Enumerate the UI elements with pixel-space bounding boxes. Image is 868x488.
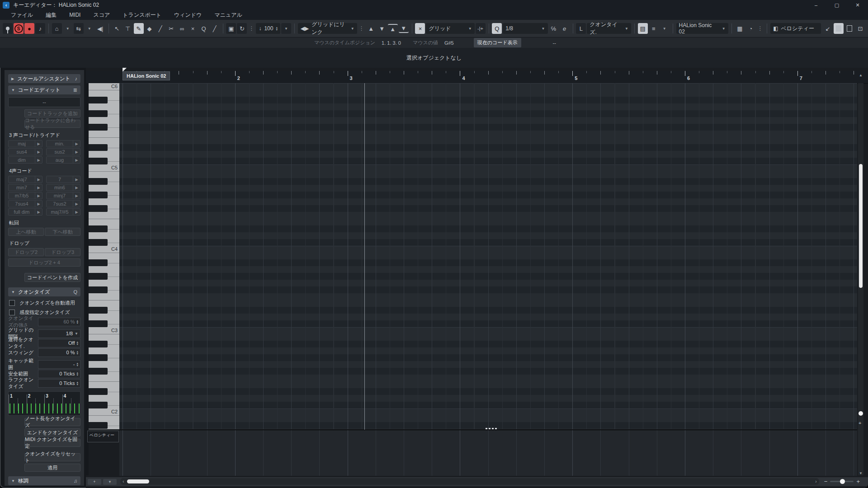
black-key[interactable] <box>89 354 108 361</box>
chord-play-icon[interactable]: ▶ <box>35 209 42 215</box>
section-transpose[interactable]: ▼ 移調 ♫ <box>8 476 80 485</box>
black-key[interactable] <box>89 178 108 185</box>
menu-item-2[interactable]: MIDI <box>63 12 87 18</box>
chord-play-icon[interactable]: ▶ <box>73 192 80 199</box>
drop2-button[interactable]: ドロップ2 <box>8 248 44 256</box>
chord-play-icon[interactable]: ▶ <box>35 192 42 199</box>
chord-button-7sus4[interactable]: 7sus4▶ <box>8 200 42 207</box>
mute-tool[interactable]: × <box>188 23 198 34</box>
autoscroll-icon[interactable]: ▣ <box>226 23 236 34</box>
lane-divider-dashes[interactable] <box>486 428 497 429</box>
quantize-ends-button[interactable]: エンドをクオンタイズ <box>24 428 80 436</box>
step-input-icon[interactable]: ▦ <box>735 23 745 34</box>
section-chord-edit[interactable]: ▼ コードエディット ≣ <box>8 85 80 94</box>
length-quantize-select[interactable]: クオンタイズ. ▼ <box>587 23 631 34</box>
left-zone-toggle[interactable] <box>834 23 844 34</box>
iq-mode-icon[interactable]: ℅ <box>549 23 559 34</box>
menu-item-4[interactable]: トランスポート <box>116 11 168 19</box>
menu-item-0[interactable]: ファイル <box>5 11 39 19</box>
black-key[interactable] <box>89 341 108 347</box>
vertical-zoom-handle[interactable] <box>859 411 863 416</box>
snap-type-select[interactable]: グリッド ▼ <box>426 23 474 34</box>
grid-spacing-select[interactable]: 1/8▼ <box>38 329 80 338</box>
view-dropdown[interactable]: ▼ <box>660 23 670 34</box>
chord-play-icon[interactable]: ▶ <box>73 209 80 215</box>
drop24-button[interactable]: ドロップ2 + 4 <box>8 258 80 267</box>
drop3-button[interactable]: ドロップ3 <box>45 248 80 256</box>
step-down-button[interactable]: ▼ <box>377 23 387 34</box>
chord-button-sus2[interactable]: sus2▶ <box>46 148 80 155</box>
select-tool[interactable]: ↖ <box>112 23 122 34</box>
black-key[interactable] <box>89 368 108 375</box>
toolbar-setup-icon[interactable]: ⊡ <box>855 23 865 34</box>
chord-play-icon[interactable]: ▶ <box>35 157 42 163</box>
step-up-button[interactable]: ▲ <box>366 23 376 34</box>
chord-play-icon[interactable]: ▶ <box>35 176 42 183</box>
chord-button-fulldim[interactable]: full dim▶ <box>8 208 42 216</box>
add-lane-button[interactable]: + <box>88 479 101 485</box>
scroll-right-icon[interactable]: › <box>813 479 819 484</box>
chord-play-icon[interactable]: ▶ <box>73 184 80 191</box>
rough-quantize-field[interactable]: 0 Ticks▴▾ <box>38 379 80 388</box>
layers-icon[interactable]: ≡ <box>649 23 659 34</box>
safe-range-field[interactable]: 0 Ticks▴▾ <box>38 370 80 378</box>
black-key[interactable] <box>89 422 108 429</box>
chord-button-min6[interactable]: min6▶ <box>46 184 80 191</box>
black-key[interactable] <box>89 273 108 280</box>
chord-button-aug[interactable]: aug▶ <box>46 156 80 164</box>
audition-icon[interactable]: ◀| <box>95 23 105 34</box>
add-chord-track-button[interactable]: コードトラックを追加 <box>24 109 80 117</box>
velocity-spinner[interactable]: ▴▾ <box>276 26 278 31</box>
section-scale-assistant[interactable]: ▶ スケールアシスタント ♪ <box>8 74 80 83</box>
visibility-dropdown[interactable]: ▼ <box>63 23 73 34</box>
parts-dropdown[interactable]: ▼ <box>85 23 94 34</box>
chord-button-min[interactable]: min.▶ <box>46 140 80 147</box>
timeline-ruler[interactable]: 234567 <box>86 71 868 84</box>
kebab-icon[interactable]: ⋮ <box>248 25 255 32</box>
black-key[interactable] <box>89 158 108 164</box>
reset-quantize-button[interactable]: クオンタイズをリセット <box>24 453 80 461</box>
black-key[interactable] <box>89 124 108 131</box>
insert-velocity-dropdown[interactable]: ▼ <box>281 23 291 34</box>
zoom-in-icon[interactable]: + <box>856 478 860 485</box>
scroll-up-icon[interactable]: ▲ <box>858 73 863 77</box>
apply-quantize-button[interactable]: 適用 <box>24 464 80 472</box>
tuplet-field[interactable]: Off▴▾ <box>38 339 80 347</box>
acoustic-feedback-icon[interactable]: ♪ <box>35 23 45 34</box>
popout-icon[interactable]: ↙ <box>823 23 833 34</box>
comp-tool[interactable]: ╱ <box>156 23 165 34</box>
menu-item-3[interactable]: スコア <box>87 11 116 19</box>
menu-item-1[interactable]: 編集 <box>39 11 63 19</box>
chord-button-dim[interactable]: dim▶ <box>8 156 42 164</box>
octave-up-button[interactable]: ▲ <box>388 24 398 33</box>
move-up-button[interactable]: 上へ移動 <box>8 228 44 236</box>
kebab-icon[interactable]: ⋮ <box>756 25 764 32</box>
split-tool[interactable]: ✂ <box>166 23 176 34</box>
chord-play-icon[interactable]: ▶ <box>73 157 80 163</box>
menu-item-5[interactable]: ウィンドウ <box>168 11 208 19</box>
event-color-select[interactable]: ◧ ベロシティー <box>770 23 821 34</box>
controller-lane[interactable] <box>119 430 857 476</box>
chord-edit-menu-icon[interactable]: ≣ <box>73 87 77 93</box>
draw-tool[interactable]: ✎ <box>134 23 144 34</box>
chord-play-icon[interactable]: ▶ <box>35 201 42 207</box>
black-key[interactable] <box>89 320 108 327</box>
zoom-slider-handle[interactable] <box>840 479 845 484</box>
enharmonic-icon[interactable]: e <box>560 23 570 34</box>
black-key[interactable] <box>89 97 108 103</box>
quantize-icon[interactable]: Q <box>492 23 502 34</box>
glue-tool[interactable]: ∞ <box>177 23 187 34</box>
minimize-button[interactable]: – <box>806 0 826 10</box>
move-down-button[interactable]: 下へ移動 <box>45 228 80 236</box>
controller-lane-header[interactable]: ベロシティー <box>87 431 119 442</box>
black-key[interactable] <box>89 286 108 293</box>
chord-play-icon[interactable]: ▶ <box>73 141 80 147</box>
black-key[interactable] <box>89 144 108 151</box>
vertical-scroll-thumb[interactable] <box>859 164 863 288</box>
chord-button-minj7[interactable]: minj7▶ <box>46 192 80 199</box>
part-select[interactable]: HALion Sonic 02 ▼ <box>676 23 728 34</box>
auto-apply-checkbox[interactable] <box>9 300 15 306</box>
horizontal-scrollbar[interactable]: ‹ › <box>120 478 819 485</box>
chord-play-icon[interactable]: ▶ <box>73 149 80 155</box>
length-link-grid-select[interactable]: ◀▶ グリッドにリンク ▼ <box>298 23 357 34</box>
